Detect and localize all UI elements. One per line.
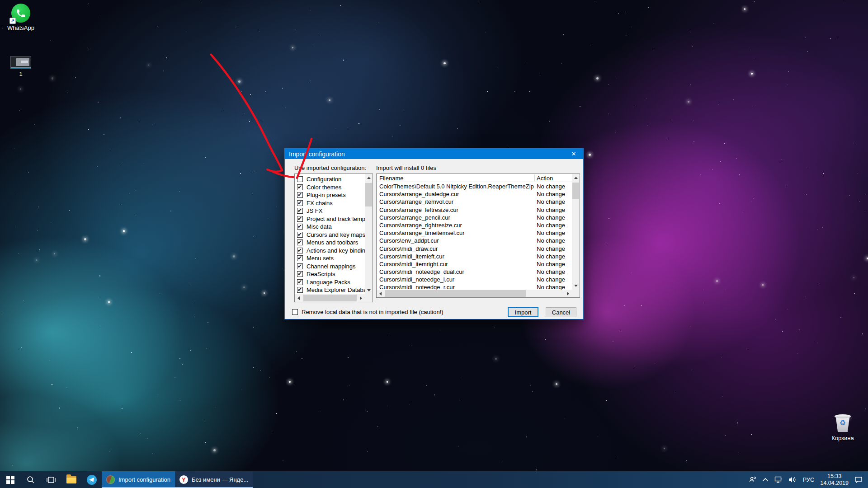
task-label: Import configuration xyxy=(118,476,170,483)
task-view-button[interactable] xyxy=(41,471,61,488)
item-checkbox[interactable] xyxy=(297,248,303,253)
item-checkbox[interactable] xyxy=(297,287,303,293)
item-checkbox[interactable] xyxy=(297,208,303,214)
horizontal-scrollbar[interactable] xyxy=(295,294,365,302)
file-name-cell: Cursors\arrange_leftresize.cur xyxy=(379,206,458,213)
desktop-icon-whatsapp[interactable]: ↗ WhatsApp xyxy=(4,4,38,31)
checkbox-list-item[interactable]: Actions and key bindings xyxy=(295,247,365,255)
desktop-icon-file1[interactable]: 1 xyxy=(4,56,38,77)
item-checkbox[interactable] xyxy=(297,232,303,238)
item-checkbox[interactable] xyxy=(297,216,303,222)
file-row[interactable]: Cursors\arrange_dualedge.cur No change xyxy=(377,190,572,198)
recycle-bin-icon: ♻ xyxy=(833,412,853,433)
scroll-down-button[interactable] xyxy=(572,282,580,290)
scroll-down-button[interactable] xyxy=(365,286,373,294)
file-list-header: Filename Action xyxy=(377,174,572,182)
checkbox-list-item[interactable]: JS FX xyxy=(295,207,365,215)
file-explorer-button[interactable] xyxy=(61,471,81,488)
scrollbar-thumb[interactable] xyxy=(385,290,526,297)
volume-icon[interactable] xyxy=(788,476,797,483)
checkbox-list-item[interactable]: Channel mappings xyxy=(295,263,365,271)
file-name-cell: Cursors\midi_noteedge_dual.cur xyxy=(379,268,464,275)
item-checkbox[interactable] xyxy=(297,176,303,182)
file-action-cell: No change xyxy=(537,261,565,267)
item-checkbox[interactable] xyxy=(297,271,303,277)
checkbox-list-item[interactable]: Language Packs xyxy=(295,278,365,286)
file-row[interactable]: Cursors\arrange_itemvol.cur No change xyxy=(377,198,572,206)
scroll-up-button[interactable] xyxy=(365,174,373,182)
file-row[interactable]: Cursors\midi_draw.cur No change xyxy=(377,245,572,253)
checkbox-list-item[interactable]: Cursors and key maps xyxy=(295,231,365,239)
item-label: JS FX xyxy=(307,207,322,214)
scroll-up-button[interactable] xyxy=(572,174,580,182)
column-header-filename[interactable]: Filename xyxy=(379,175,403,182)
import-button[interactable]: Import xyxy=(508,307,538,317)
telegram-button[interactable] xyxy=(81,471,102,488)
item-checkbox[interactable] xyxy=(297,279,303,285)
search-button[interactable] xyxy=(20,471,41,488)
remove-local-data-option[interactable]: Remove local data that is not in importe… xyxy=(292,309,443,315)
item-checkbox[interactable] xyxy=(297,239,303,245)
column-divider[interactable] xyxy=(534,174,535,181)
scroll-right-button[interactable] xyxy=(564,290,572,297)
file-row[interactable]: Cursors\midi_itemleft.cur No change xyxy=(377,253,572,260)
checkbox-list-item[interactable]: ReaScripts xyxy=(295,270,365,278)
item-checkbox[interactable] xyxy=(297,192,303,198)
scroll-left-button[interactable] xyxy=(295,294,302,302)
import-configuration-dialog: Import configuration ✕ Use imported conf… xyxy=(284,148,584,319)
vertical-scrollbar[interactable] xyxy=(572,174,580,290)
checkbox-list-item[interactable]: Configuration xyxy=(295,175,365,183)
clock[interactable]: 15:33 14.04.2019 xyxy=(820,473,849,487)
file-action-cell: No change xyxy=(537,245,565,252)
hidden-icons-chevron[interactable] xyxy=(762,478,769,482)
item-checkbox[interactable] xyxy=(297,255,303,261)
file-row[interactable]: Cursors\midi_itemright.cur No change xyxy=(377,260,572,268)
action-center-icon[interactable] xyxy=(854,476,863,483)
item-checkbox[interactable] xyxy=(297,263,303,269)
scroll-right-button[interactable] xyxy=(357,294,365,302)
taskbar-task-yandex-browser[interactable]: Y Без имени — Янде... xyxy=(175,471,253,488)
file-row[interactable]: Cursors\midi_noteedge_r.cur No change xyxy=(377,283,572,290)
use-imported-label: Use imported configuration: xyxy=(294,164,366,171)
item-checkbox[interactable] xyxy=(297,224,303,230)
remove-local-data-checkbox[interactable] xyxy=(292,309,298,315)
checkbox-list-item[interactable]: Misc data xyxy=(295,223,365,231)
scrollbar-thumb[interactable] xyxy=(572,183,579,199)
language-indicator[interactable]: РУС xyxy=(802,476,814,483)
desktop-icon-recycle-bin[interactable]: ♻ Корзина xyxy=(826,412,860,441)
vertical-scrollbar[interactable] xyxy=(365,174,373,294)
item-checkbox[interactable] xyxy=(297,184,303,190)
close-icon[interactable]: ✕ xyxy=(564,149,583,159)
file-row[interactable]: Cursors\arrange_rightresize.cur No chang… xyxy=(377,221,572,229)
dialog-titlebar[interactable]: Import configuration ✕ xyxy=(285,149,583,159)
checkbox-list-item[interactable]: Menus and toolbars xyxy=(295,239,365,247)
checkbox-list-item[interactable]: Project and track templates xyxy=(295,215,365,223)
checkbox-list-item[interactable]: Menu sets xyxy=(295,254,365,263)
file-row[interactable]: Cursors\arrange_leftresize.cur No change xyxy=(377,206,572,214)
file-row[interactable]: Cursors\arrange_pencil.cur No change xyxy=(377,214,572,221)
file-name-cell: Cursors\arrange_timeitemsel.cur xyxy=(379,230,465,236)
taskbar-task-import-configuration[interactable]: Import configuration xyxy=(102,471,175,488)
scroll-left-button[interactable] xyxy=(377,290,384,297)
cancel-button[interactable]: Cancel xyxy=(546,307,576,317)
file-name-cell: Cursors\midi_itemright.cur xyxy=(379,261,448,267)
checkbox-list-item[interactable]: Color themes xyxy=(295,183,365,192)
horizontal-scrollbar[interactable] xyxy=(377,290,572,297)
desktop-icon-label: 1 xyxy=(4,70,38,77)
checkbox-list-item[interactable]: FX chains xyxy=(295,199,365,207)
checkbox-list-item[interactable]: Plug-in presets xyxy=(295,191,365,199)
column-header-action[interactable]: Action xyxy=(537,175,553,182)
file-row[interactable]: Cursors\env_addpt.cur No change xyxy=(377,237,572,244)
network-icon[interactable] xyxy=(774,476,783,483)
item-checkbox[interactable] xyxy=(297,200,303,206)
people-icon[interactable] xyxy=(749,476,756,483)
checkbox-list-item[interactable]: Media Explorer Databases xyxy=(295,286,365,294)
file-row[interactable]: Cursors\midi_noteedge_dual.cur No change xyxy=(377,268,572,276)
file-row[interactable]: ColorThemes\Default 5.0 Nitpicky Edition… xyxy=(377,183,572,190)
windows-logo-icon xyxy=(6,476,14,484)
scrollbar-thumb[interactable] xyxy=(303,295,357,301)
file-row[interactable]: Cursors\arrange_timeitemsel.cur No chang… xyxy=(377,229,572,237)
scrollbar-thumb[interactable] xyxy=(365,183,372,206)
file-row[interactable]: Cursors\midi_noteedge_l.cur No change xyxy=(377,276,572,283)
start-button[interactable] xyxy=(0,471,20,488)
